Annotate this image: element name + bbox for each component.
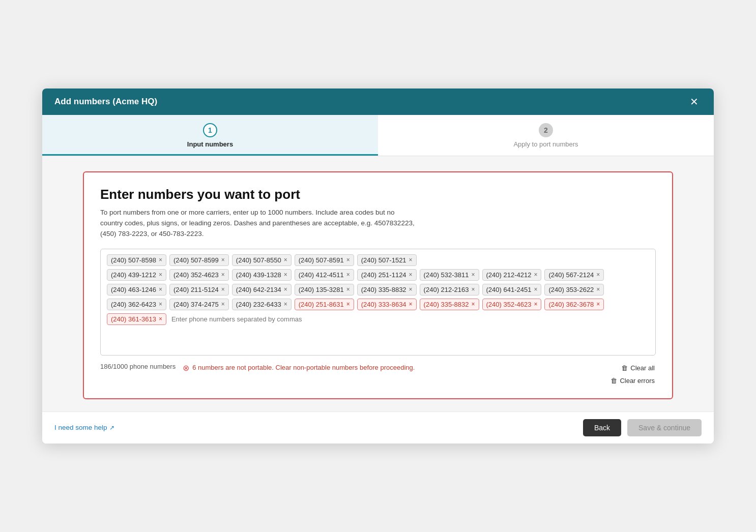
tag-remove[interactable]: × (284, 257, 287, 263)
tag-r4-3[interactable]: (240) 335-8832× (357, 284, 417, 295)
step-2-circle: 2 (539, 123, 553, 137)
clear-errors-button[interactable]: 🗑 Clear errors (609, 375, 656, 386)
step-1-label: Input numbers (187, 140, 233, 148)
tag-r3-1[interactable]: (240) 532-3811× (420, 269, 479, 281)
tag-r5-3[interactable]: (240) 374-2475× (169, 299, 229, 310)
trash-icon-2: 🗑 (610, 377, 617, 385)
page-description: To port numbers from one or more carrier… (100, 208, 416, 240)
tag-r4-4[interactable]: (240) 212-2163× (420, 284, 479, 295)
save-continue-button[interactable]: Save & continue (627, 419, 702, 436)
tag-r5-5-error[interactable]: (240) 251-8631× (295, 299, 354, 310)
modal-header: Add numbers (Acme HQ) ✕ (42, 88, 714, 115)
tag-remove[interactable]: × (221, 257, 225, 263)
tag-r4-2[interactable]: (240) 135-3281× (295, 284, 354, 295)
tag-row1-5[interactable]: (240) 507-1521× (357, 254, 417, 266)
clear-all-button[interactable]: 🗑 Clear all (620, 363, 656, 373)
modal-content: Enter numbers you want to port To port n… (42, 156, 714, 411)
step-2[interactable]: 2 Apply to port numbers (378, 115, 714, 156)
close-button[interactable]: ✕ (687, 96, 702, 108)
error-block: ⊗ 6 numbers are not portable. Clear non-… (183, 363, 609, 373)
tag-remove[interactable]: × (284, 286, 287, 292)
error-icon: ⊗ (183, 363, 189, 373)
tag-remove[interactable]: × (159, 272, 162, 278)
modal-footer: I need some help ↗ Back Save & continue (42, 411, 714, 444)
phone-number-input[interactable] (169, 313, 649, 325)
tag-remove[interactable]: × (472, 272, 475, 278)
back-button[interactable]: Back (583, 419, 621, 436)
tag-r3-4[interactable]: (240) 463-1246× (107, 284, 166, 295)
tag-remove[interactable]: × (346, 286, 350, 292)
tag-remove[interactable]: × (534, 301, 537, 307)
tag-remove[interactable]: × (534, 272, 537, 278)
tag-remove[interactable]: × (472, 286, 475, 292)
tag-r3-2[interactable]: (240) 212-4212× (482, 269, 542, 281)
steps-bar: 1 Input numbers 2 Apply to port numbers (42, 115, 714, 156)
modal-title: Add numbers (Acme HQ) (54, 97, 157, 107)
tag-remove[interactable]: × (596, 272, 600, 278)
tag-row1-3[interactable]: (240) 507-8550× (232, 254, 292, 266)
tag-r5-2[interactable]: (240) 362-6423× (107, 299, 166, 310)
tag-r3-5[interactable]: (240) 211-5124× (169, 284, 229, 295)
tags-input-area[interactable]: (240) 507-8598× (240) 507-8599× (240) 50… (100, 249, 656, 356)
tag-r2-1[interactable]: (240) 439-1212× (107, 269, 166, 281)
tag-remove[interactable]: × (221, 272, 225, 278)
tag-r5-4[interactable]: (240) 232-6433× (232, 299, 292, 310)
tag-remove[interactable]: × (346, 301, 350, 307)
tag-remove[interactable]: × (284, 272, 287, 278)
tag-remove[interactable]: × (221, 301, 225, 307)
tag-row1-1[interactable]: (240) 507-8598× (107, 254, 166, 266)
tag-r6-2-error[interactable]: (240) 335-8832× (420, 299, 479, 310)
tag-r4-1[interactable]: (240) 642-2134× (232, 284, 292, 295)
count-display: 186/1000 phone numbers (100, 363, 176, 370)
tag-remove[interactable]: × (159, 286, 162, 292)
tag-remove[interactable]: × (472, 301, 475, 307)
tag-remove[interactable]: × (159, 316, 162, 322)
tag-r6-3-error[interactable]: (240) 352-4623× (482, 299, 542, 310)
tag-r6-4-error[interactable]: (240) 362-3678× (544, 299, 604, 310)
tag-row1-2[interactable]: (240) 507-8599× (169, 254, 229, 266)
tag-remove[interactable]: × (596, 301, 600, 307)
tag-row1-4[interactable]: (240) 507-8591× (295, 254, 354, 266)
tag-r6-1-error[interactable]: (240) 333-8634× (357, 299, 417, 310)
step-1[interactable]: 1 Input numbers (42, 115, 378, 156)
step-1-circle: 1 (203, 123, 217, 137)
tag-remove[interactable]: × (409, 286, 413, 292)
tag-remove[interactable]: × (409, 301, 413, 307)
external-link-icon: ↗ (109, 424, 114, 431)
tag-remove[interactable]: × (409, 257, 413, 263)
tag-remove[interactable]: × (159, 257, 162, 263)
tag-r2-3[interactable]: (240) 439-1328× (232, 269, 292, 281)
tag-remove[interactable]: × (596, 286, 600, 292)
tags-overflow-row: (240) 507-8598× (240) 507-8599× (240) 50… (107, 254, 649, 266)
card-footer: 186/1000 phone numbers ⊗ 6 numbers are n… (100, 363, 656, 386)
modal: Add numbers (Acme HQ) ✕ 1 Input numbers … (42, 88, 714, 444)
tag-remove[interactable]: × (221, 286, 225, 292)
tag-r4-5[interactable]: (240) 641-2451× (482, 284, 542, 295)
tag-remove[interactable]: × (346, 257, 350, 263)
error-message: 6 numbers are not portable. Clear non-po… (192, 363, 415, 373)
tag-r2-5[interactable]: (240) 251-1124× (357, 269, 417, 281)
main-card: Enter numbers you want to port To port n… (83, 171, 673, 399)
help-link[interactable]: I need some help ↗ (54, 424, 114, 431)
tag-remove[interactable]: × (159, 301, 162, 307)
tag-r2-4[interactable]: (240) 412-4511× (295, 269, 354, 281)
step-2-label: Apply to port numbers (513, 140, 578, 148)
tag-remove[interactable]: × (534, 286, 537, 292)
tag-r2-2[interactable]: (240) 352-4623× (169, 269, 229, 281)
page-heading: Enter numbers you want to port (100, 187, 656, 202)
action-buttons: 🗑 Clear all 🗑 Clear errors (609, 363, 656, 386)
trash-icon: 🗑 (621, 364, 628, 372)
tag-remove[interactable]: × (346, 272, 350, 278)
tag-r3-3[interactable]: (240) 567-2124× (544, 269, 604, 281)
tag-remove[interactable]: × (409, 272, 413, 278)
tag-r6-5-error[interactable]: (240) 361-3613× (107, 313, 166, 325)
tag-r5-1[interactable]: (240) 353-2622× (544, 284, 604, 295)
tag-remove[interactable]: × (284, 301, 287, 307)
